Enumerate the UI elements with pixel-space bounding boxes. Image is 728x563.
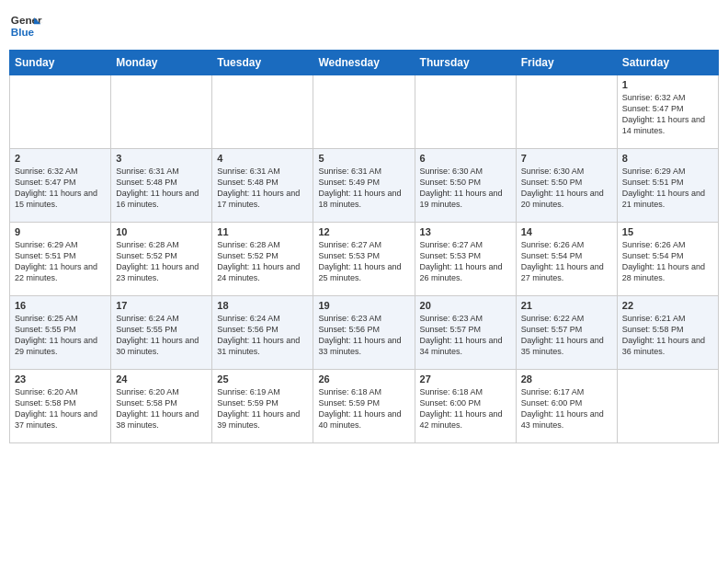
logo: General Blue <box>9 9 42 42</box>
calendar-cell: 20Sunrise: 6:23 AM Sunset: 5:57 PM Dayli… <box>415 296 516 370</box>
day-info: Sunrise: 6:27 AM Sunset: 5:53 PM Dayligh… <box>318 239 409 284</box>
calendar-cell: 25Sunrise: 6:19 AM Sunset: 5:59 PM Dayli… <box>212 370 313 443</box>
day-info: Sunrise: 6:21 AM Sunset: 5:58 PM Dayligh… <box>622 313 713 358</box>
day-number: 12 <box>318 226 409 237</box>
day-number: 23 <box>15 373 106 385</box>
calendar-cell <box>313 75 415 149</box>
day-number: 5 <box>318 153 409 164</box>
day-info: Sunrise: 6:31 AM Sunset: 5:48 PM Dayligh… <box>217 166 308 211</box>
calendar-cell: 11Sunrise: 6:28 AM Sunset: 5:52 PM Dayli… <box>212 223 313 296</box>
calendar-cell <box>617 370 718 443</box>
calendar-cell <box>415 75 516 149</box>
day-number: 25 <box>217 373 308 385</box>
day-number: 3 <box>116 153 207 164</box>
day-number: 2 <box>15 153 106 164</box>
calendar-cell: 5Sunrise: 6:31 AM Sunset: 5:49 PM Daylig… <box>313 149 415 223</box>
calendar-cell: 22Sunrise: 6:21 AM Sunset: 5:58 PM Dayli… <box>617 296 718 370</box>
day-number: 19 <box>318 300 409 311</box>
day-info: Sunrise: 6:18 AM Sunset: 6:00 PM Dayligh… <box>420 386 511 431</box>
weekday-header-sunday: Sunday <box>10 51 111 75</box>
day-info: Sunrise: 6:32 AM Sunset: 5:47 PM Dayligh… <box>622 92 713 137</box>
day-number: 9 <box>15 226 106 237</box>
calendar-cell: 17Sunrise: 6:24 AM Sunset: 5:55 PM Dayli… <box>111 296 212 370</box>
day-info: Sunrise: 6:31 AM Sunset: 5:49 PM Dayligh… <box>318 166 409 211</box>
calendar-cell <box>516 75 617 149</box>
day-info: Sunrise: 6:20 AM Sunset: 5:58 PM Dayligh… <box>116 386 207 431</box>
day-info: Sunrise: 6:29 AM Sunset: 5:51 PM Dayligh… <box>622 166 713 211</box>
day-number: 8 <box>622 153 713 164</box>
calendar-cell: 26Sunrise: 6:18 AM Sunset: 5:59 PM Dayli… <box>313 370 415 443</box>
day-info: Sunrise: 6:28 AM Sunset: 5:52 PM Dayligh… <box>217 239 308 284</box>
day-info: Sunrise: 6:22 AM Sunset: 5:57 PM Dayligh… <box>521 313 612 358</box>
day-info: Sunrise: 6:32 AM Sunset: 5:47 PM Dayligh… <box>15 166 106 211</box>
day-number: 18 <box>217 300 308 311</box>
day-info: Sunrise: 6:23 AM Sunset: 5:56 PM Dayligh… <box>318 313 409 358</box>
day-number: 1 <box>622 79 713 90</box>
calendar-cell: 27Sunrise: 6:18 AM Sunset: 6:00 PM Dayli… <box>415 370 516 443</box>
calendar-cell <box>10 75 111 149</box>
day-info: Sunrise: 6:23 AM Sunset: 5:57 PM Dayligh… <box>420 313 511 358</box>
calendar-cell: 3Sunrise: 6:31 AM Sunset: 5:48 PM Daylig… <box>111 149 212 223</box>
logo-icon: General Blue <box>9 9 42 42</box>
day-info: Sunrise: 6:30 AM Sunset: 5:50 PM Dayligh… <box>521 166 612 211</box>
day-info: Sunrise: 6:30 AM Sunset: 5:50 PM Dayligh… <box>420 166 511 211</box>
calendar-cell: 16Sunrise: 6:25 AM Sunset: 5:55 PM Dayli… <box>10 296 111 370</box>
calendar-cell: 7Sunrise: 6:30 AM Sunset: 5:50 PM Daylig… <box>516 149 617 223</box>
calendar-cell: 19Sunrise: 6:23 AM Sunset: 5:56 PM Dayli… <box>313 296 415 370</box>
day-info: Sunrise: 6:27 AM Sunset: 5:53 PM Dayligh… <box>420 239 511 284</box>
day-number: 10 <box>116 226 207 237</box>
weekday-header-monday: Monday <box>111 51 212 75</box>
calendar-cell: 18Sunrise: 6:24 AM Sunset: 5:56 PM Dayli… <box>212 296 313 370</box>
day-info: Sunrise: 6:26 AM Sunset: 5:54 PM Dayligh… <box>622 239 713 284</box>
day-number: 28 <box>521 373 612 385</box>
header: General Blue <box>9 9 719 42</box>
calendar-cell: 12Sunrise: 6:27 AM Sunset: 5:53 PM Dayli… <box>313 223 415 296</box>
svg-text:General: General <box>11 14 42 26</box>
day-number: 7 <box>521 153 612 164</box>
weekday-header-tuesday: Tuesday <box>212 51 313 75</box>
day-info: Sunrise: 6:29 AM Sunset: 5:51 PM Dayligh… <box>15 239 106 284</box>
calendar-cell: 6Sunrise: 6:30 AM Sunset: 5:50 PM Daylig… <box>415 149 516 223</box>
day-info: Sunrise: 6:19 AM Sunset: 5:59 PM Dayligh… <box>217 386 308 431</box>
calendar-cell: 4Sunrise: 6:31 AM Sunset: 5:48 PM Daylig… <box>212 149 313 223</box>
day-info: Sunrise: 6:24 AM Sunset: 5:56 PM Dayligh… <box>217 313 308 358</box>
day-number: 14 <box>521 226 612 237</box>
day-number: 13 <box>420 226 511 237</box>
calendar-cell: 1Sunrise: 6:32 AM Sunset: 5:47 PM Daylig… <box>617 75 718 149</box>
calendar-cell: 15Sunrise: 6:26 AM Sunset: 5:54 PM Dayli… <box>617 223 718 296</box>
day-info: Sunrise: 6:28 AM Sunset: 5:52 PM Dayligh… <box>116 239 207 284</box>
day-info: Sunrise: 6:31 AM Sunset: 5:48 PM Dayligh… <box>116 166 207 211</box>
weekday-header-thursday: Thursday <box>415 51 516 75</box>
day-number: 22 <box>622 300 713 311</box>
day-number: 16 <box>15 300 106 311</box>
calendar-table: SundayMondayTuesdayWednesdayThursdayFrid… <box>9 50 719 443</box>
day-number: 21 <box>521 300 612 311</box>
day-number: 11 <box>217 226 308 237</box>
svg-text:Blue: Blue <box>11 26 35 38</box>
day-number: 17 <box>116 300 207 311</box>
calendar-cell: 9Sunrise: 6:29 AM Sunset: 5:51 PM Daylig… <box>10 223 111 296</box>
day-info: Sunrise: 6:20 AM Sunset: 5:58 PM Dayligh… <box>15 386 106 431</box>
calendar-cell <box>111 75 212 149</box>
day-info: Sunrise: 6:24 AM Sunset: 5:55 PM Dayligh… <box>116 313 207 358</box>
weekday-header-saturday: Saturday <box>617 51 718 75</box>
calendar-cell: 2Sunrise: 6:32 AM Sunset: 5:47 PM Daylig… <box>10 149 111 223</box>
day-info: Sunrise: 6:17 AM Sunset: 6:00 PM Dayligh… <box>521 386 612 431</box>
weekday-header-wednesday: Wednesday <box>313 51 415 75</box>
calendar-cell: 10Sunrise: 6:28 AM Sunset: 5:52 PM Dayli… <box>111 223 212 296</box>
calendar-cell: 23Sunrise: 6:20 AM Sunset: 5:58 PM Dayli… <box>10 370 111 443</box>
calendar-cell: 21Sunrise: 6:22 AM Sunset: 5:57 PM Dayli… <box>516 296 617 370</box>
calendar-cell: 8Sunrise: 6:29 AM Sunset: 5:51 PM Daylig… <box>617 149 718 223</box>
calendar-cell: 14Sunrise: 6:26 AM Sunset: 5:54 PM Dayli… <box>516 223 617 296</box>
day-number: 6 <box>420 153 511 164</box>
day-number: 15 <box>622 226 713 237</box>
day-info: Sunrise: 6:25 AM Sunset: 5:55 PM Dayligh… <box>15 313 106 358</box>
day-number: 24 <box>116 373 207 385</box>
day-number: 26 <box>318 373 409 385</box>
day-number: 20 <box>420 300 511 311</box>
calendar-cell <box>212 75 313 149</box>
calendar-cell: 24Sunrise: 6:20 AM Sunset: 5:58 PM Dayli… <box>111 370 212 443</box>
calendar-cell: 28Sunrise: 6:17 AM Sunset: 6:00 PM Dayli… <box>516 370 617 443</box>
day-info: Sunrise: 6:26 AM Sunset: 5:54 PM Dayligh… <box>521 239 612 284</box>
day-number: 27 <box>420 373 511 385</box>
